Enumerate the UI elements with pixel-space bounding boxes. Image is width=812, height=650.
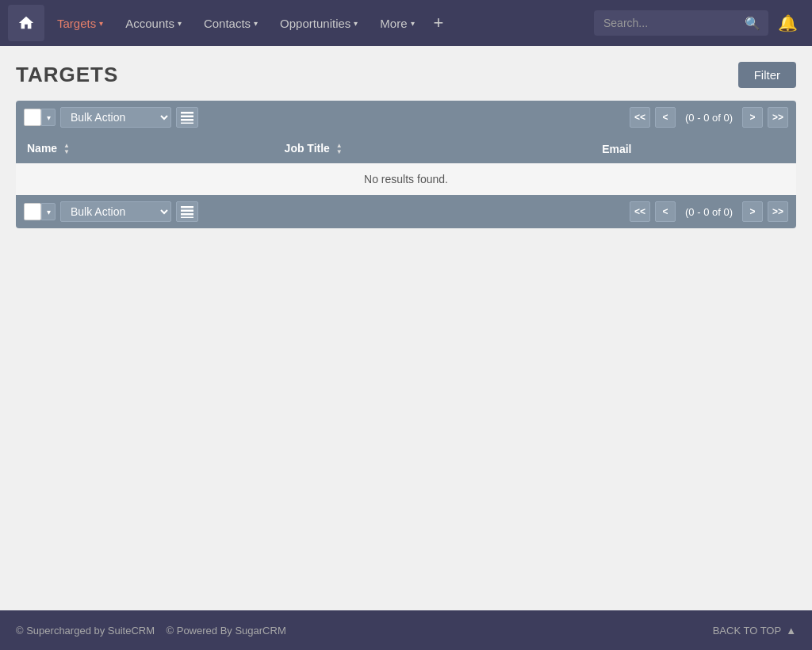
pagination-info: (0 - 0 of 0) xyxy=(680,112,737,124)
chevron-down-icon: ▾ xyxy=(99,19,103,28)
pagination-info-bottom: (0 - 0 of 0) xyxy=(680,206,737,218)
search-input[interactable] xyxy=(594,10,768,36)
targets-table: Name ▲▼ Job Title ▲▼ Email No results fo… xyxy=(16,134,796,195)
arrow-up-icon: ▲ xyxy=(786,625,796,637)
bottom-toolbar: ▾ Bulk Action << < (0 - 0 of 0) > >> xyxy=(16,195,796,228)
svg-rect-4 xyxy=(181,206,193,208)
navbar: Targets ▾ Accounts ▾ Contacts ▾ Opportun… xyxy=(0,0,812,46)
nav-item-targets[interactable]: Targets ▾ xyxy=(48,10,113,36)
footer-left: © Supercharged by SuiteCRM © Powered By … xyxy=(16,625,286,637)
last-page-btn-bottom[interactable]: >> xyxy=(768,201,788,222)
first-page-btn-bottom[interactable]: << xyxy=(630,201,650,222)
checkbox-dropdown-btn[interactable]: ▾ xyxy=(41,109,56,126)
bulk-action-select[interactable]: Bulk Action xyxy=(60,107,171,128)
svg-rect-5 xyxy=(181,210,193,212)
chevron-down-icon: ▾ xyxy=(254,19,258,28)
next-page-btn[interactable]: > xyxy=(742,107,763,128)
svg-rect-3 xyxy=(181,123,193,124)
select-all-checkbox-bottom[interactable] xyxy=(24,203,41,220)
checkbox-dropdown-btn-bottom[interactable]: ▾ xyxy=(41,203,56,220)
svg-rect-6 xyxy=(181,213,193,216)
last-page-btn[interactable]: >> xyxy=(768,107,788,128)
first-page-btn[interactable]: << xyxy=(630,107,650,128)
sort-icon: ▲▼ xyxy=(63,143,70,155)
main-content: TARGETS Filter ▾ Bulk Action << < (0 - 0… xyxy=(0,46,812,610)
chevron-down-icon: ▾ xyxy=(354,19,358,28)
chevron-down-icon: ▾ xyxy=(411,19,415,28)
prev-page-btn[interactable]: < xyxy=(655,107,676,128)
chevron-down-icon: ▾ xyxy=(178,19,182,28)
add-button[interactable]: + xyxy=(427,13,450,33)
filter-button[interactable]: Filter xyxy=(738,62,796,88)
table-header-row: Name ▲▼ Job Title ▲▼ Email xyxy=(16,134,796,163)
svg-rect-7 xyxy=(181,217,193,219)
col-job-title[interactable]: Job Title ▲▼ xyxy=(274,134,592,163)
select-all-checkbox[interactable] xyxy=(24,109,41,126)
no-results-message: No results found. xyxy=(16,163,796,195)
col-email: Email xyxy=(591,134,796,163)
svg-rect-2 xyxy=(181,119,193,121)
svg-rect-0 xyxy=(181,112,193,114)
checkbox-wrapper: ▾ xyxy=(24,109,56,126)
home-button[interactable] xyxy=(8,5,44,41)
list-view-button[interactable] xyxy=(176,107,198,128)
footer: © Supercharged by SuiteCRM © Powered By … xyxy=(0,610,812,650)
page-title-row: TARGETS Filter xyxy=(16,62,796,88)
next-page-btn-bottom[interactable]: > xyxy=(742,201,763,222)
page-title: TARGETS xyxy=(16,63,118,87)
col-name[interactable]: Name ▲▼ xyxy=(16,134,274,163)
no-results-row: No results found. xyxy=(16,163,796,195)
nav-item-accounts[interactable]: Accounts ▾ xyxy=(116,10,191,36)
checkbox-wrapper-bottom: ▾ xyxy=(24,203,56,220)
table-container: Name ▲▼ Job Title ▲▼ Email No results fo… xyxy=(16,134,796,195)
nav-item-opportunities[interactable]: Opportunities ▾ xyxy=(270,10,367,36)
list-view-button-bottom[interactable] xyxy=(176,201,198,222)
nav-item-more[interactable]: More ▾ xyxy=(370,10,423,36)
nav-item-contacts[interactable]: Contacts ▾ xyxy=(194,10,267,36)
back-to-top-button[interactable]: BACK TO TOP ▲ xyxy=(713,625,796,637)
svg-rect-1 xyxy=(181,116,193,118)
search-icon: 🔍 xyxy=(745,16,760,31)
notifications-button[interactable]: 🔔 xyxy=(772,13,804,32)
sort-icon: ▲▼ xyxy=(336,143,343,155)
search-wrapper: 🔍 xyxy=(594,10,768,36)
prev-page-btn-bottom[interactable]: < xyxy=(655,201,676,222)
bulk-action-select-bottom[interactable]: Bulk Action xyxy=(60,201,171,222)
top-toolbar: ▾ Bulk Action << < (0 - 0 of 0) > >> xyxy=(16,101,796,134)
